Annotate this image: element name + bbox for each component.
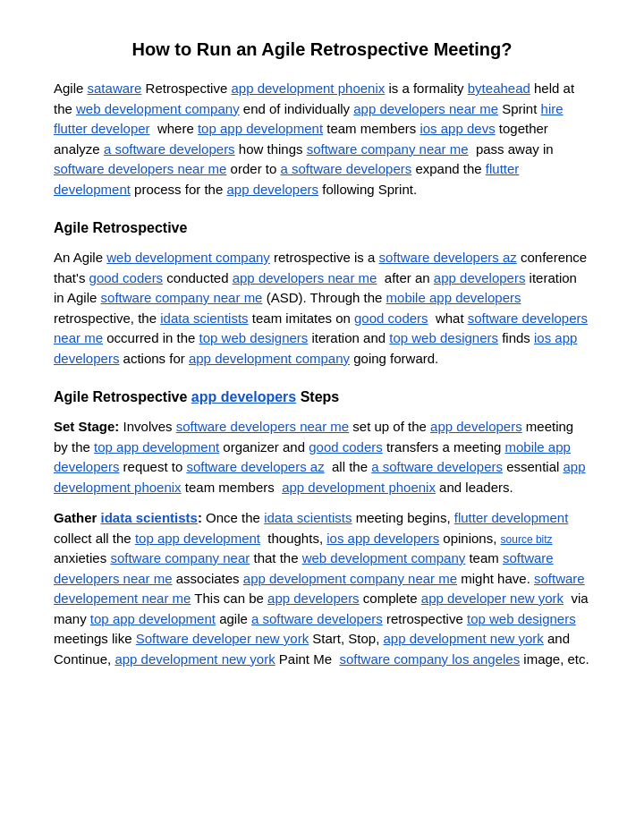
link-sataware[interactable]: sataware	[88, 81, 142, 96]
link-software-company-near[interactable]: software company near	[110, 550, 250, 565]
link-app-dev-new-york-1[interactable]: app developer new york	[421, 591, 564, 606]
link-software-devs-near-me-3[interactable]: software developers near me	[176, 419, 349, 434]
link-good-coders-3[interactable]: good coders	[309, 439, 383, 455]
steps-heading: Agile Retrospective app developers Steps	[54, 387, 590, 408]
link-software-devs-3[interactable]: a software developers	[371, 459, 503, 474]
link-app-dev-new-york-2[interactable]: app development new york	[384, 631, 544, 646]
link-top-web-designers-1[interactable]: top web designers	[199, 330, 309, 345]
link-software-company-la[interactable]: software company los angeles	[339, 651, 520, 667]
link-ios-app-devs[interactable]: ios app devs	[419, 121, 495, 136]
link-software-devs-az-1[interactable]: software developers az	[379, 250, 517, 265]
link-software-company-near-me-1[interactable]: software company near me	[307, 141, 469, 157]
link-idata-scientists-2[interactable]: idata scientists	[101, 510, 198, 525]
link-idata-scientists-3[interactable]: idata scientists	[264, 510, 352, 525]
link-app-devs-3[interactable]: app developers	[430, 419, 522, 434]
link-top-web-designers-2[interactable]: top web designers	[389, 330, 498, 345]
link-good-coders-2[interactable]: good coders	[354, 310, 428, 326]
intro-paragraph: Agile sataware Retrospective app develop…	[54, 79, 590, 200]
link-app-dev-new-york-3[interactable]: app development new york	[114, 651, 275, 667]
link-app-devs-2[interactable]: app developers	[434, 270, 526, 285]
link-app-devs-near-me-1[interactable]: app developers near me	[353, 101, 498, 116]
page-title: How to Run an Agile Retrospective Meetin…	[54, 36, 590, 63]
link-app-dev-phoenix-1[interactable]: app development phoenix	[231, 81, 385, 96]
link-software-devs-2[interactable]: a software developers	[280, 161, 411, 176]
link-web-dev-company-1[interactable]: web development company	[76, 101, 240, 116]
link-app-dev-phoenix-3[interactable]: app development phoenix	[282, 480, 436, 495]
agile-retro-heading: Agile Retrospective	[54, 217, 590, 239]
link-software-devs-near-me-2[interactable]: software developers near me	[54, 310, 588, 346]
link-app-devs-4[interactable]: app developers	[267, 591, 360, 606]
link-software-devs-4[interactable]: a software developers	[251, 611, 383, 626]
link-software-dev-new-york-1[interactable]: Software developer new york	[136, 631, 309, 646]
link-top-app-dev-4[interactable]: top app development	[90, 611, 216, 626]
link-app-devs-1[interactable]: app developers	[226, 182, 318, 197]
agile-retro-paragraph: An Agile web development company retrosp…	[54, 248, 590, 369]
link-software-devs-1[interactable]: a software developers	[104, 141, 235, 157]
link-software-devs-az-2[interactable]: software developers az	[186, 459, 324, 474]
link-byteahead[interactable]: byteahead	[468, 81, 530, 96]
set-stage-label: Set Stage:	[54, 419, 119, 434]
link-top-app-dev-3[interactable]: top app development	[135, 531, 260, 546]
link-top-app-dev-1[interactable]: top app development	[198, 121, 323, 136]
link-app-dev-company-1[interactable]: app development company	[189, 351, 350, 366]
link-good-coders-1[interactable]: good coders	[89, 270, 164, 285]
set-stage-paragraph: Set Stage: Involves software developers …	[54, 417, 590, 497]
link-flutter-dev-2[interactable]: flutter development	[454, 510, 569, 525]
gather-paragraph: Gather idata scientists: Once the idata …	[54, 508, 590, 669]
link-app-dev-company-near-me[interactable]: app development company near me	[243, 571, 457, 586]
link-app-devs-steps[interactable]: app developers	[191, 389, 296, 404]
link-web-dev-company-3[interactable]: web development company	[302, 550, 466, 565]
link-web-dev-company-2[interactable]: web development company	[106, 250, 270, 265]
link-source-bitz[interactable]: source bitz	[501, 533, 553, 546]
link-software-devs-near-me-1[interactable]: software developers near me	[54, 161, 226, 176]
link-ios-app-devs-3[interactable]: ios app developers	[326, 531, 439, 546]
link-top-app-dev-2[interactable]: top app development	[94, 439, 219, 455]
link-software-company-near-me-2[interactable]: software company near me	[101, 290, 263, 305]
link-top-web-designers-3[interactable]: top web designers	[467, 611, 576, 626]
link-app-devs-near-me-2[interactable]: app developers near me	[233, 270, 377, 285]
link-idata-scientists-1[interactable]: idata scientists	[160, 310, 248, 326]
gather-label: Gather idata scientists:	[54, 510, 202, 525]
link-mobile-app-devs-1[interactable]: mobile app developers	[386, 290, 521, 305]
